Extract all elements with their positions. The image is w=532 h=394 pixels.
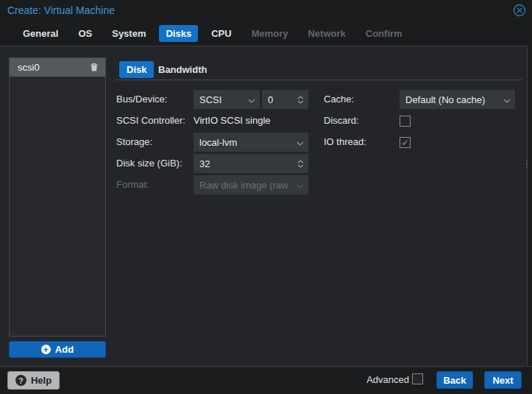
- close-icon[interactable]: [513, 4, 526, 17]
- add-button-label: Add: [55, 344, 74, 355]
- scsi-controller-value: VirtIO SCSI single: [194, 111, 271, 130]
- chevron-down-icon: [297, 180, 304, 191]
- question-glyph: ?: [18, 376, 24, 385]
- subtab-separator: [116, 80, 522, 80]
- dialog-footer: ? Help Advanced ✓ Back Next: [0, 366, 532, 394]
- tab-confirm: Confirm: [359, 25, 409, 42]
- storage-combo[interactable]: local-lvm: [194, 133, 308, 152]
- dialog-title: Create: Virtual Machine: [7, 4, 115, 16]
- device-number-value: 0: [268, 94, 294, 105]
- add-disk-button[interactable]: + Add: [9, 341, 106, 358]
- next-button[interactable]: Next: [484, 371, 522, 389]
- discard-label: Discard:: [324, 111, 359, 130]
- format-combo-value: Raw disk image (raw: [199, 180, 294, 191]
- tab-disks[interactable]: Disks: [159, 25, 198, 42]
- tab-system[interactable]: System: [105, 25, 152, 42]
- disk-list-item-scsi0[interactable]: scsi0: [10, 58, 105, 77]
- disk-item-label: scsi0: [18, 62, 40, 73]
- cache-label: Cache:: [324, 90, 354, 109]
- disk-list: scsi0: [9, 57, 106, 337]
- disk-size-label: Disk size (GiB):: [116, 154, 182, 173]
- disk-size-value: 32: [199, 158, 294, 169]
- chevron-down-icon: [248, 94, 255, 105]
- scsi-controller-label: SCSI Controller:: [116, 111, 185, 130]
- discard-checkbox[interactable]: ✓: [400, 116, 411, 127]
- plus-glyph: +: [43, 345, 49, 354]
- help-button-label: Help: [31, 375, 52, 386]
- bus-combo-value: SCSI: [199, 94, 245, 105]
- bus-device-label: Bus/Device:: [116, 90, 167, 109]
- question-circle-icon: ?: [15, 375, 26, 386]
- advanced-checkbox[interactable]: ✓: [412, 373, 423, 384]
- delete-disk-icon[interactable]: [90, 63, 99, 73]
- chevron-down-icon: [297, 137, 304, 148]
- chevron-down-icon: [503, 94, 511, 105]
- spinner-arrows-icon[interactable]: [297, 160, 304, 168]
- cache-combo[interactable]: Default (No cache): [400, 90, 515, 109]
- tab-cpu[interactable]: CPU: [205, 25, 238, 42]
- advanced-label: Advanced: [366, 374, 409, 385]
- tab-os[interactable]: OS: [71, 25, 99, 42]
- disks-panel: scsi0 + Add Disk Bandwidth Bus/Device: S…: [0, 46, 528, 366]
- disk-size-spinner[interactable]: 32: [194, 154, 308, 173]
- format-combo: Raw disk image (raw: [194, 175, 308, 194]
- subtab-bandwidth[interactable]: Bandwidth: [151, 61, 214, 78]
- wizard-tabbar: General OS System Disks CPU Memory Netwo…: [0, 21, 532, 46]
- check-icon: ✓: [401, 138, 408, 148]
- format-label: Format:: [116, 175, 149, 194]
- io-thread-checkbox[interactable]: ✓: [400, 137, 411, 148]
- io-thread-label: IO thread:: [324, 133, 366, 152]
- storage-label: Storage:: [116, 133, 152, 152]
- cache-combo-value: Default (No cache): [405, 94, 500, 105]
- device-number-spinner[interactable]: 0: [262, 90, 308, 109]
- tab-memory: Memory: [245, 25, 295, 42]
- back-button[interactable]: Back: [436, 371, 473, 389]
- dialog-titlebar: Create: Virtual Machine: [0, 0, 532, 21]
- bus-combo[interactable]: SCSI: [194, 90, 260, 109]
- spinner-arrows-icon[interactable]: [297, 96, 304, 104]
- plus-circle-icon: +: [41, 345, 51, 354]
- tab-general[interactable]: General: [16, 25, 65, 42]
- panel-resize-handle[interactable]: [526, 161, 528, 180]
- storage-combo-value: local-lvm: [199, 137, 294, 148]
- help-button[interactable]: ? Help: [7, 371, 60, 390]
- subtab-disk[interactable]: Disk: [119, 61, 154, 78]
- tab-network: Network: [301, 25, 352, 42]
